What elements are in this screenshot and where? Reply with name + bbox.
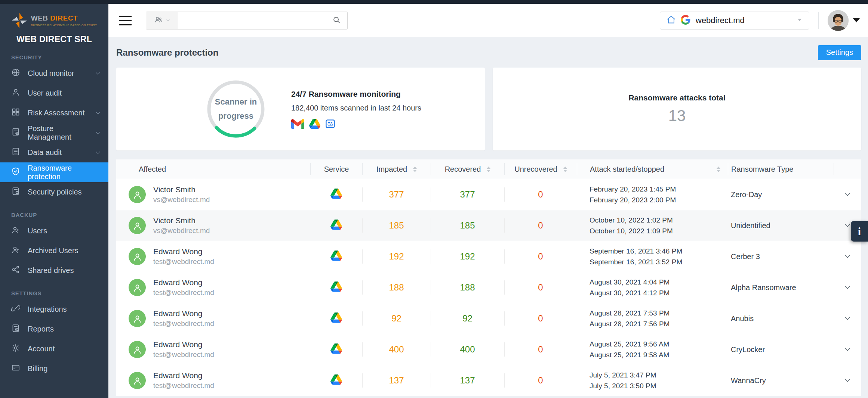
user-email: test@webdirect.md [153, 289, 214, 297]
sidebar-item-billing[interactable]: Billing [0, 359, 108, 379]
row-expand-chevron[interactable] [834, 303, 861, 334]
table-row[interactable]: Edward Wong test@webdirect.md 192 192 0 … [116, 241, 861, 272]
attack-started: October 10, 2022 1:02 PM [590, 216, 673, 224]
affected-user-cell: Edward Wong test@webdirect.md [116, 365, 310, 396]
credit-card-icon [11, 363, 28, 374]
sidebar-section-title: SECURITY [0, 54, 108, 60]
recovered-count: 377 [431, 179, 504, 210]
sidebar-section-title: SETTINGS [0, 290, 108, 296]
column-header-recovered[interactable]: Recovered [431, 163, 504, 175]
globe-icon [11, 68, 28, 79]
sidebar-item-users[interactable]: Users [0, 221, 108, 241]
pinwheel-logo-icon [12, 13, 27, 28]
drive-icon [309, 119, 320, 129]
impacted-count: 92 [362, 303, 431, 334]
sidebar-item-archived-users[interactable]: Archived Users [0, 241, 108, 261]
table-row[interactable]: Victor Smith vs@webdirect.md 377 377 0 F… [116, 179, 861, 210]
attack-started: August 30, 2021 4:04 PM [590, 278, 670, 286]
user-avatar [129, 310, 146, 327]
settings-button[interactable]: Settings [818, 45, 861, 60]
domain-selector[interactable]: webdirect.md [660, 12, 809, 29]
ransomware-type-cell: Alpha Ransomware [728, 272, 834, 303]
sidebar-item-data-audit[interactable]: Data audit [0, 143, 108, 162]
info-edge-tab[interactable]: i [851, 221, 868, 242]
search-scope-dropdown[interactable] [146, 12, 178, 29]
avatar [828, 10, 849, 31]
monitoring-subheading: 182,400 items scanned in last 24 hours [291, 104, 421, 112]
attack-stopped: August 25, 2021 9:58 AM [590, 351, 669, 359]
monitored-services [291, 119, 421, 129]
user-icon [11, 88, 28, 99]
monitoring-heading: 24/7 Ransomware monitoring [291, 90, 421, 99]
row-expand-chevron[interactable] [834, 365, 861, 396]
grid-icon [11, 108, 28, 118]
recovered-count: 188 [431, 272, 504, 303]
google-drive-icon [330, 343, 342, 355]
attack-stopped: August 30, 2021 4:12 PM [590, 289, 670, 297]
row-expand-chevron[interactable] [834, 179, 861, 210]
attack-dates-cell: July 5, 2021 3:47 PM July 5, 2021 3:50 P… [577, 365, 728, 396]
unrecovered-count: 0 [504, 365, 577, 396]
page-title: Ransomware protection [116, 47, 218, 58]
user-plus-icon [11, 245, 28, 256]
sidebar-item-reports[interactable]: Reports [0, 319, 108, 339]
column-header-impacted[interactable]: Impacted [362, 163, 431, 175]
google-logo-icon [681, 15, 690, 26]
table-row[interactable]: Edward Wong test@webdirect.md 188 188 0 … [116, 272, 861, 303]
unrecovered-count: 0 [504, 334, 577, 365]
sidebar-item-posture-management[interactable]: Posture Management [0, 123, 108, 143]
impacted-count: 137 [362, 365, 431, 396]
share-icon [11, 265, 28, 276]
column-header-unrecovered[interactable]: Unrecovered [504, 163, 577, 175]
sort-icon[interactable] [487, 167, 490, 172]
hamburger-menu-icon[interactable] [119, 16, 132, 25]
service-cell [310, 210, 362, 241]
sidebar-item-integrations[interactable]: Integrations [0, 299, 108, 319]
column-header-affected: Affected [116, 163, 310, 175]
table-row[interactable]: Edward Wong test@webdirect.md 400 400 0 … [116, 334, 861, 365]
user-menu[interactable] [828, 10, 860, 31]
sidebar-item-label: Account [28, 345, 55, 353]
impacted-count: 400 [362, 334, 431, 365]
column-header-attack-dates[interactable]: Attack started/stopped [577, 163, 728, 175]
gear-icon [11, 343, 28, 354]
table-row[interactable]: Edward Wong test@webdirect.md 137 137 0 … [116, 365, 861, 396]
attack-started: August 25, 2021 9:56 AM [590, 340, 669, 348]
sort-icon[interactable] [563, 167, 567, 172]
user-email: vs@webdirect.md [153, 227, 210, 235]
doc-clock-icon [11, 324, 28, 335]
impacted-count: 185 [362, 210, 431, 241]
sidebar-item-label: Archived Users [28, 246, 79, 255]
sidebar-item-user-audit[interactable]: User audit [0, 83, 108, 103]
row-expand-chevron[interactable] [834, 241, 861, 272]
row-expand-chevron[interactable] [834, 334, 861, 365]
sidebar-item-shared-drives[interactable]: Shared drives [0, 261, 108, 280]
sort-icon[interactable] [413, 167, 417, 172]
sidebar-item-account[interactable]: Account [0, 339, 108, 359]
sidebar-item-label: Integrations [28, 305, 67, 314]
google-drive-icon [330, 313, 342, 324]
attacks-total-value: 13 [668, 107, 686, 125]
impacted-count: 188 [362, 272, 431, 303]
attack-dates-cell: August 28, 2021 7:53 PM August 28, 2021 … [577, 303, 728, 334]
row-expand-chevron[interactable] [834, 272, 861, 303]
table-row[interactable]: Edward Wong test@webdirect.md 92 92 0 Au… [116, 303, 861, 334]
service-cell [310, 272, 362, 303]
attack-dates-cell: October 10, 2022 1:02 PM October 10, 202… [577, 210, 728, 241]
user-name: Edward Wong [153, 309, 214, 318]
doc-check-icon [11, 127, 28, 138]
sort-icon[interactable] [717, 167, 720, 172]
service-cell [310, 179, 362, 210]
search-input[interactable] [178, 12, 326, 29]
sidebar-item-ransomware-protection[interactable]: Ransomware protection [0, 162, 108, 182]
sidebar-item-security-policies[interactable]: Security policies [0, 182, 108, 202]
search-button[interactable] [326, 12, 347, 29]
sidebar-item-cloud-monitor[interactable]: Cloud monitor [0, 63, 108, 83]
user-avatar [129, 248, 146, 265]
recovered-count: 185 [431, 210, 504, 241]
ransomware-type-cell: CryLocker [728, 334, 834, 365]
affected-user-cell: Victor Smith vs@webdirect.md [116, 210, 310, 241]
table-row[interactable]: Victor Smith vs@webdirect.md 185 185 0 O… [116, 210, 861, 241]
attack-stopped: July 5, 2021 3:50 PM [590, 382, 656, 390]
sidebar-item-risk-assessment[interactable]: Risk Assessment [0, 103, 108, 123]
